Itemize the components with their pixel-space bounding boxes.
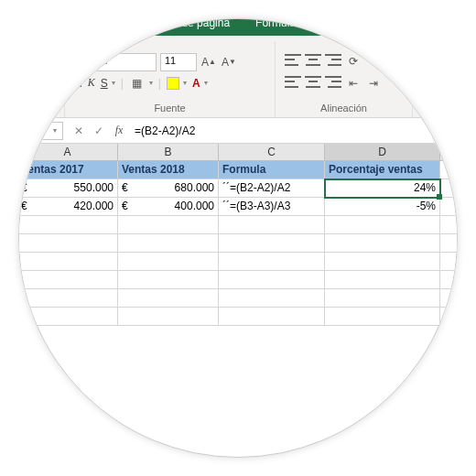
cell-A1[interactable]: Ventas 2017 [18,161,118,179]
col-header-E[interactable] [440,144,458,161]
paste-button[interactable] [18,54,47,91]
increase-font-icon[interactable]: A▲ [200,54,217,70]
cell-A3[interactable]: €420.000 [18,198,118,216]
align-left-icon[interactable] [285,75,301,90]
italic-button[interactable]: K [88,76,95,90]
font-name-combo[interactable]: Calibri [74,53,157,71]
align-center-icon[interactable] [305,75,321,90]
tab-disposicion[interactable]: Disposición de página [110,18,243,35]
col-header-B[interactable]: B [118,144,219,161]
ribbon: tapapeles Calibri 11 A▲ A▼ N K S▾ | ▦▾ |… [18,36,458,118]
group-clipboard: tapapeles [18,41,65,117]
spreadsheet-grid[interactable]: A B C D 1 Ventas 2017 Ventas 2018 Formul… [18,144,458,326]
orientation-icon[interactable]: ⟳ [345,53,362,70]
group-alignment: ⟳ ⇤ ⇥ Alineación [276,41,413,117]
font-size-combo[interactable]: 11 [160,53,197,71]
cell-B1[interactable]: Ventas 2018 [118,161,219,179]
align-top-icon[interactable] [285,53,301,68]
increase-indent-icon[interactable]: ⇥ [365,75,382,92]
fill-color-icon[interactable] [167,77,179,90]
excel-window: Insertar Disposición de página Fórmulas … [18,18,458,326]
align-right-icon[interactable] [325,75,341,90]
group-label-clipboard: tapapeles [18,103,55,114]
cell-E2[interactable] [440,179,458,198]
strike-button[interactable]: S [101,77,108,90]
cell-E3[interactable] [440,198,458,216]
cell-C3[interactable]: ´´=(B3-A3)/A3 [219,198,325,216]
col-header-A[interactable]: A [18,144,118,161]
cell-A2[interactable]: €550.000 [18,179,118,198]
cell-E1[interactable] [440,161,458,179]
formula-bar: D2 ▾ ✕ ✓ fx [18,118,458,144]
tab-formulas[interactable]: Fórmulas [243,18,314,35]
bold-button[interactable]: N [74,77,82,90]
fx-icon[interactable]: fx [109,124,129,137]
group-label-alignment: Alineación [285,103,403,114]
decrease-indent-icon[interactable]: ⇤ [345,75,362,92]
align-bottom-icon[interactable] [325,53,341,68]
cell-D3[interactable]: -5% [325,198,440,216]
cancel-formula-icon[interactable]: ✕ [69,124,89,137]
formula-input[interactable] [129,123,458,139]
accept-formula-icon[interactable]: ✓ [89,124,109,137]
cell-B2[interactable]: €680.000 [118,179,219,198]
cell-B3[interactable]: €400.000 [118,198,219,216]
name-box[interactable]: D2 ▾ [18,122,63,140]
align-middle-icon[interactable] [305,53,321,68]
col-header-D[interactable]: D [325,144,440,161]
group-font: Calibri 11 A▲ A▼ N K S▾ | ▦▾ | ▾ A▾ Fuen… [65,41,276,117]
tab-insertar[interactable]: Insertar [47,18,110,35]
group-label-font: Fuente [74,103,265,114]
decrease-font-icon[interactable]: A▼ [221,54,237,70]
font-color-icon[interactable]: A [192,77,200,90]
cell-C1[interactable]: Formula [219,161,325,179]
cell-D2[interactable]: 24% [325,179,440,198]
ribbon-tabs: Insertar Disposición de página Fórmulas [18,18,458,36]
chevron-down-icon[interactable]: ▾ [53,126,57,135]
cell-A4[interactable] [18,216,118,234]
borders-icon[interactable]: ▦ [129,75,146,92]
col-header-C[interactable]: C [219,144,325,161]
cell-D1[interactable]: Porcentaje ventas [325,161,440,179]
cell-C2[interactable]: ´´=(B2-A2)/A2 [219,179,325,198]
